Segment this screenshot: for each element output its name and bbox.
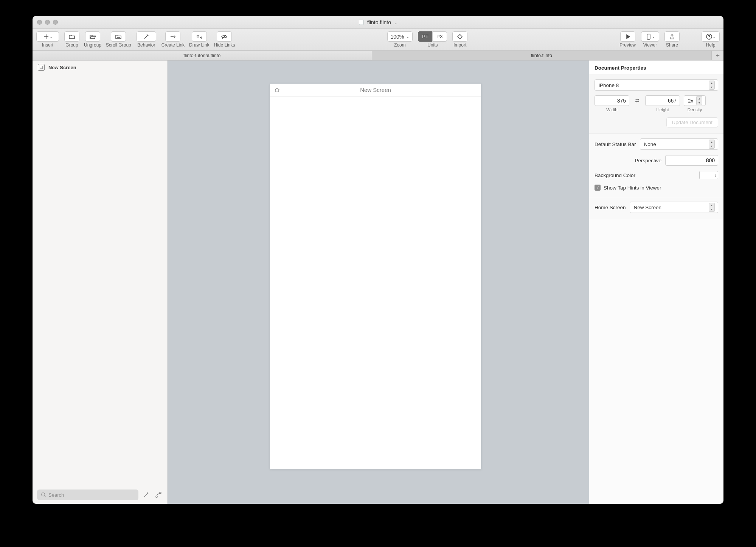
tap-hints-label: Show Tap Hints in Viewer xyxy=(604,185,661,191)
sidebar-footer: Search xyxy=(33,486,167,504)
behavior-label: Behavior xyxy=(137,42,155,48)
preview-button[interactable] xyxy=(620,31,635,42)
insert-group: ⌄ Insert xyxy=(36,31,59,48)
tab-add-button[interactable]: ＋ xyxy=(711,51,723,60)
swap-dimensions-button[interactable] xyxy=(633,95,641,106)
wand-icon xyxy=(143,33,150,40)
artboard-header: New Screen xyxy=(270,84,481,96)
screen-icon xyxy=(38,64,45,71)
traffic-lights xyxy=(37,20,58,25)
hide-links-label: Hide Links xyxy=(214,42,235,48)
zoom-select[interactable]: 100% ⌄ xyxy=(387,31,413,42)
transition-button[interactable] xyxy=(154,491,163,499)
viewer-label: Viewer xyxy=(643,42,657,48)
height-label: Height xyxy=(656,107,669,112)
tap-hints-checkbox[interactable]: ✓ xyxy=(595,185,601,191)
home-screen-select[interactable]: New Screen ▲▼ xyxy=(630,202,718,213)
zoom-label: Zoom xyxy=(394,42,406,48)
home-screen-block: Home Screen New Screen ▲▼ xyxy=(589,197,723,219)
inspector-title: Document Properties xyxy=(589,61,723,75)
share-icon xyxy=(669,33,675,40)
units-label: Units xyxy=(427,42,438,48)
device-value: iPhone 8 xyxy=(599,82,619,88)
units-pt-button[interactable]: PT xyxy=(418,31,432,42)
chevron-down-icon[interactable]: ⌄ xyxy=(394,21,397,25)
draw-link-button[interactable] xyxy=(192,31,207,42)
home-icon[interactable] xyxy=(274,87,281,93)
bg-color-label: Background Color xyxy=(595,172,635,178)
swap-icon xyxy=(634,98,640,104)
zoom-dot[interactable] xyxy=(53,20,58,25)
stepper-icon: ▲▼ xyxy=(696,96,702,105)
wand-icon xyxy=(143,491,150,498)
plus-icon xyxy=(43,33,50,40)
chevron-down-icon: ⌄ xyxy=(652,34,655,39)
appearance-block: Default Status Bar None ▲▼ Perspective B… xyxy=(589,134,723,197)
search-input[interactable]: Search xyxy=(37,490,138,500)
hide-links-button[interactable] xyxy=(217,31,232,42)
window-title: flinto.flinto ⌄ xyxy=(33,19,723,25)
folder-icon xyxy=(68,33,75,40)
height-field[interactable] xyxy=(645,95,680,106)
dropdown-arrow-icon: ↕ xyxy=(714,173,716,177)
density-label: Density xyxy=(688,107,702,112)
artboard-new-screen[interactable]: New Screen xyxy=(270,83,481,469)
group-button[interactable] xyxy=(64,31,79,42)
stepper-icon: ▲▼ xyxy=(709,140,715,149)
behavior-button[interactable] xyxy=(137,31,156,42)
viewer-button[interactable]: ⌄ xyxy=(641,31,659,42)
search-icon xyxy=(41,492,46,497)
chevron-down-icon: ⌄ xyxy=(713,34,716,39)
chevron-down-icon: ⌄ xyxy=(50,34,53,39)
width-field[interactable] xyxy=(595,95,629,106)
chevron-down-icon: ⌄ xyxy=(406,34,409,39)
stepper-icon: ▲▼ xyxy=(709,81,715,90)
curve-icon xyxy=(155,491,162,498)
sidebar-item-new-screen[interactable]: New Screen xyxy=(33,61,167,74)
create-link-button[interactable] xyxy=(165,31,180,42)
perspective-field[interactable] xyxy=(665,155,718,166)
eye-off-icon xyxy=(221,33,228,40)
help-icon xyxy=(706,33,713,40)
import-label: Import xyxy=(453,42,466,48)
density-select[interactable]: 2x ▲▼ xyxy=(684,95,706,106)
link-icon xyxy=(169,33,176,40)
ungroup-label: Ungroup xyxy=(84,42,101,48)
scroll-group-button[interactable] xyxy=(111,31,126,42)
tab-flinto[interactable]: flinto.flinto xyxy=(372,51,712,60)
import-button[interactable] xyxy=(452,31,467,42)
status-bar-label: Default Status Bar xyxy=(595,141,636,147)
home-screen-value: New Screen xyxy=(634,205,662,210)
ungroup-button[interactable] xyxy=(85,31,100,42)
update-document-button[interactable]: Update Document xyxy=(666,117,718,127)
svg-rect-0 xyxy=(647,34,650,39)
magic-wand-button[interactable] xyxy=(142,491,151,499)
stepper-icon: ▲▼ xyxy=(709,203,715,212)
canvas[interactable]: New Screen xyxy=(168,61,589,504)
document-icon xyxy=(359,20,363,25)
units-px-button[interactable]: PX xyxy=(432,31,447,42)
artboard-title[interactable]: New Screen xyxy=(281,87,470,93)
draw-link-label: Draw Link xyxy=(189,42,209,48)
device-select[interactable]: iPhone 8 ▲▼ xyxy=(595,79,718,91)
minimize-dot[interactable] xyxy=(45,20,50,25)
folder-open-icon xyxy=(89,33,96,40)
draw-link-icon xyxy=(196,33,203,40)
close-dot[interactable] xyxy=(37,20,42,25)
screens-sidebar: New Screen Search xyxy=(33,61,168,504)
body: New Screen Search New Screen xyxy=(33,61,723,504)
bg-color-well[interactable]: ↕ xyxy=(699,171,718,179)
status-bar-value: None xyxy=(644,141,656,147)
help-button[interactable]: ⌄ xyxy=(702,31,720,42)
scroll-folder-icon xyxy=(115,33,122,40)
share-button[interactable] xyxy=(664,31,680,42)
svg-point-2 xyxy=(42,493,45,496)
tab-flinto-tutorial[interactable]: flinto-tutorial.flinto xyxy=(33,51,372,60)
window-title-text: flinto.flinto xyxy=(367,19,391,25)
insert-button[interactable]: ⌄ xyxy=(36,31,59,42)
titlebar: flinto.flinto ⌄ xyxy=(33,16,723,29)
search-placeholder: Search xyxy=(48,492,64,498)
zoom-value: 100% xyxy=(391,34,404,40)
sidebar-item-label: New Screen xyxy=(48,65,76,70)
status-bar-select[interactable]: None ▲▼ xyxy=(640,138,718,150)
